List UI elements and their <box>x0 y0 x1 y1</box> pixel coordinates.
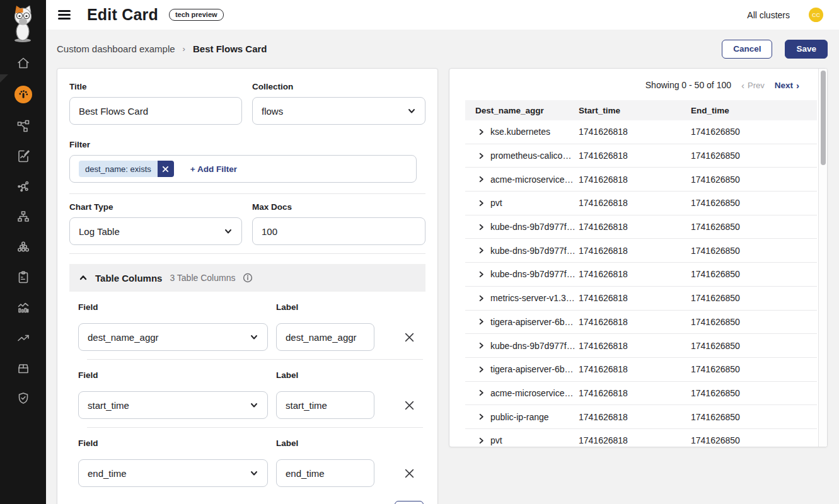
chart-type-label: Chart Type <box>69 202 242 212</box>
table-row[interactable]: kube-dns-9b7d977f…17416268181741626850 <box>465 334 817 358</box>
expand-row-icon <box>478 271 485 278</box>
expand-row-icon <box>478 152 485 159</box>
add-filter-link[interactable]: + Add Filter <box>190 164 237 174</box>
table-row[interactable]: prometheus-calico…17416268181741626850 <box>465 144 817 168</box>
service-graph-icon[interactable] <box>14 118 32 134</box>
chevron-down-icon <box>407 106 416 115</box>
table-row[interactable]: metrics-server-v1.3…17416268181741626850 <box>465 287 817 311</box>
remove-filter-icon[interactable] <box>158 161 174 177</box>
divider <box>69 193 425 194</box>
header-dest-name-aggr: Dest_name_aggr <box>465 106 579 115</box>
column-row: Field Label end_time <box>78 438 425 487</box>
filter-label: Filter <box>69 140 425 149</box>
molecule-icon[interactable] <box>14 179 32 194</box>
header-end-time: End_time <box>691 106 729 115</box>
chevron-up-icon <box>79 273 88 282</box>
field-select[interactable]: start_time <box>78 391 268 419</box>
storage-box-icon[interactable] <box>14 360 32 375</box>
filter-chip-text: dest_name: exists <box>79 161 158 177</box>
home-icon[interactable] <box>14 55 32 71</box>
chevron-left-icon: ‹ <box>741 81 744 90</box>
table-row[interactable]: acme-microservice…17416268181741626850 <box>465 168 817 192</box>
user-avatar[interactable]: CC <box>809 8 823 22</box>
field-select[interactable]: end_time <box>78 459 268 487</box>
breadcrumb-separator: › <box>183 44 185 54</box>
chevron-down-icon <box>224 227 233 236</box>
bar-chart-icon[interactable] <box>14 300 32 315</box>
calico-cat-logo[interactable] <box>7 5 39 43</box>
cancel-button[interactable]: Cancel <box>722 40 772 59</box>
pagination: Showing 0 - 50 of 100 ‹ Prev Next › <box>645 80 799 90</box>
hierarchy-icon[interactable] <box>14 209 32 224</box>
table-columns-accordion[interactable]: Table Columns 3 Table Columns <box>69 264 425 292</box>
cluster-selector[interactable]: All clusters <box>747 10 790 20</box>
table-row[interactable]: tigera-apiserver-6b…17416268181741626850 <box>465 311 817 335</box>
divider <box>87 359 423 360</box>
field-select[interactable]: dest_name_aggr <box>78 323 268 351</box>
sub-header: Custom dashboard example › Best Flows Ca… <box>46 30 839 68</box>
breadcrumb: Custom dashboard example › Best Flows Ca… <box>57 43 267 54</box>
field-label: Field <box>78 438 276 448</box>
label-input[interactable] <box>276 391 374 419</box>
expand-row-icon <box>478 318 485 325</box>
sidebar <box>0 0 46 504</box>
divider <box>69 253 425 254</box>
label-label: Label <box>276 438 298 448</box>
tech-preview-badge: tech preview <box>169 9 224 21</box>
shield-check-icon[interactable] <box>14 391 32 406</box>
gauge-dashboard-icon[interactable] <box>14 86 32 103</box>
breadcrumb-parent[interactable]: Custom dashboard example <box>57 43 175 54</box>
filter-box[interactable]: dest_name: exists + Add Filter <box>69 155 417 183</box>
table-row[interactable]: tigera-apiserver-6b…17416268181741626850 <box>465 358 817 382</box>
expand-row-icon <box>478 200 485 207</box>
table-row[interactable]: kube-dns-9b7d977f…17416268181741626850 <box>465 239 817 263</box>
expand-row-icon <box>478 342 485 349</box>
page-title: Edit Card <box>87 6 158 24</box>
hamburger-menu-icon[interactable] <box>58 10 71 20</box>
divider <box>87 427 423 428</box>
scrollbar-thumb[interactable] <box>821 71 826 165</box>
column-row: Field Label start_time <box>78 370 425 428</box>
chart-type-select[interactable]: Log Table <box>69 217 242 245</box>
table-row[interactable]: kse.kubernetes17416268181741626850 <box>465 120 817 144</box>
collection-label: Collection <box>252 82 425 91</box>
clipboard-icon[interactable] <box>14 270 32 285</box>
report-edit-icon[interactable] <box>14 149 32 164</box>
breadcrumb-current: Best Flows Card <box>193 43 267 54</box>
expand-row-icon <box>478 413 485 420</box>
header-start-time: Start_time <box>579 106 691 115</box>
table-row[interactable]: pvt17416268181741626850 <box>465 429 817 447</box>
chevron-right-icon: › <box>796 81 799 90</box>
add-column-button[interactable] <box>395 501 424 504</box>
info-icon[interactable] <box>243 273 253 283</box>
expand-row-icon <box>478 129 485 135</box>
cluster-dots-icon[interactable] <box>14 239 32 255</box>
edit-card-form-panel: Title Collection flows Filter dest_name:… <box>57 68 438 504</box>
expand-row-icon <box>478 437 485 444</box>
table-header: Dest_name_aggr Start_time End_time <box>465 100 817 120</box>
chevron-down-icon <box>250 401 258 410</box>
table-row[interactable]: public-ip-range17416268181741626850 <box>465 405 817 429</box>
table-row[interactable]: kube-dns-9b7d977f…17416268181741626850 <box>465 263 817 287</box>
max-docs-input[interactable] <box>252 217 425 245</box>
top-bar: Edit Card tech preview All clusters CC <box>46 0 839 30</box>
remove-column-icon[interactable] <box>403 331 415 343</box>
preview-table: Dest_name_aggr Start_time End_time kse.k… <box>465 100 817 447</box>
expand-row-icon <box>478 295 485 302</box>
trend-up-icon[interactable] <box>14 330 32 345</box>
collection-select[interactable]: flows <box>252 97 425 125</box>
table-row[interactable]: pvt17416268181741626850 <box>465 192 817 215</box>
next-button[interactable]: Next › <box>775 81 799 90</box>
save-button[interactable]: Save <box>785 40 828 59</box>
remove-column-icon[interactable] <box>403 399 415 411</box>
title-input[interactable] <box>69 97 242 125</box>
remove-column-icon[interactable] <box>403 467 415 479</box>
field-label: Field <box>78 370 276 380</box>
table-row[interactable]: kube-dns-9b7d977f…17416268181741626850 <box>465 215 817 239</box>
table-row[interactable]: acme-microservice…17416268181741626850 <box>465 382 817 406</box>
label-input[interactable] <box>276 459 374 487</box>
prev-button[interactable]: ‹ Prev <box>741 81 765 90</box>
label-input[interactable] <box>276 323 374 351</box>
vertical-scrollbar <box>818 69 827 447</box>
label-label: Label <box>276 302 298 312</box>
